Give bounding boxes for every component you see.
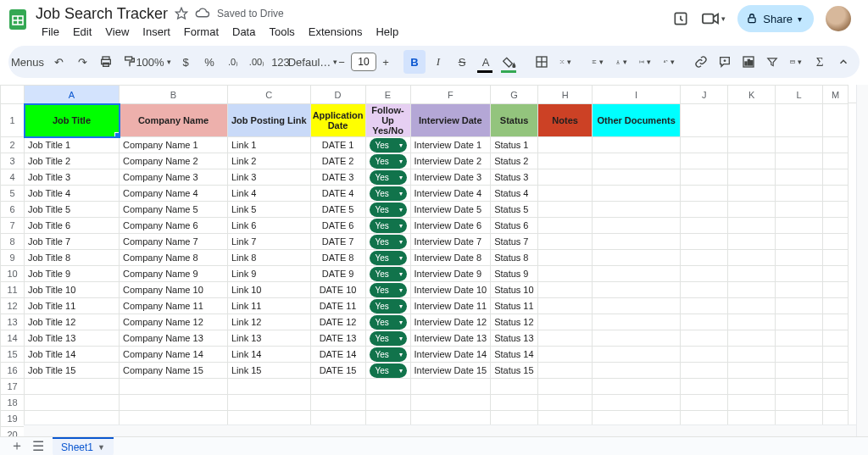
cell[interactable] — [25, 395, 120, 411]
cell[interactable]: Link 9 — [228, 266, 311, 282]
cell[interactable] — [410, 379, 491, 395]
star-icon[interactable] — [175, 7, 188, 20]
cell[interactable] — [310, 395, 365, 411]
cell[interactable] — [681, 314, 728, 330]
cell[interactable]: DATE 3 — [310, 169, 365, 186]
cell[interactable]: Status 10 — [491, 282, 538, 298]
followup-chip[interactable]: Yes▾ — [370, 331, 407, 346]
cell[interactable]: Company Name 1 — [120, 137, 228, 153]
cell[interactable]: Yes▾ — [365, 186, 410, 202]
row-header-14[interactable]: 14 — [1, 330, 25, 347]
cell[interactable] — [538, 330, 593, 347]
history-icon[interactable] — [672, 10, 689, 27]
bold-button[interactable]: B — [403, 50, 426, 74]
cell[interactable]: Link 13 — [228, 330, 311, 347]
cell[interactable] — [776, 250, 823, 266]
cell[interactable] — [776, 395, 823, 411]
cell[interactable] — [538, 363, 593, 379]
cell[interactable] — [823, 379, 849, 395]
cell[interactable]: Job Title 8 — [25, 250, 120, 266]
cell[interactable] — [776, 282, 823, 298]
cell[interactable] — [681, 395, 728, 411]
borders-button[interactable] — [531, 50, 553, 74]
cell[interactable] — [593, 298, 681, 314]
cell[interactable]: Status 6 — [491, 218, 538, 234]
followup-chip[interactable]: Yes▾ — [370, 186, 407, 201]
cell[interactable] — [681, 379, 728, 395]
cell[interactable] — [681, 330, 728, 347]
cell[interactable] — [823, 330, 849, 347]
cell[interactable] — [728, 298, 776, 314]
cell[interactable]: Interview Date 4 — [410, 186, 491, 202]
cell[interactable] — [681, 250, 728, 266]
cell[interactable] — [823, 218, 849, 234]
cell[interactable] — [823, 186, 849, 202]
cell[interactable] — [228, 395, 311, 411]
menu-insert[interactable]: Insert — [136, 24, 176, 40]
strikethrough-button[interactable]: S — [451, 50, 473, 74]
header-cell[interactable]: Company Name — [120, 104, 228, 137]
cell[interactable]: Interview Date 13 — [410, 330, 491, 347]
cell[interactable]: Company Name 11 — [120, 298, 228, 314]
followup-chip[interactable]: Yes▾ — [370, 203, 407, 217]
cell[interactable] — [681, 282, 728, 298]
cell[interactable] — [728, 282, 776, 298]
row-header-19[interactable]: 19 — [1, 411, 25, 427]
row-header-8[interactable]: 8 — [1, 234, 25, 250]
row-header-7[interactable]: 7 — [1, 218, 25, 234]
cell[interactable]: Status 3 — [491, 169, 538, 186]
row-header-15[interactable]: 15 — [1, 347, 25, 363]
cell[interactable] — [776, 104, 823, 137]
cell[interactable] — [593, 282, 681, 298]
cell[interactable] — [776, 218, 823, 234]
cell[interactable]: Company Name 2 — [120, 153, 228, 169]
cell[interactable]: Job Title 2 — [25, 153, 120, 169]
cell[interactable]: Company Name 9 — [120, 266, 228, 282]
menu-format[interactable]: Format — [178, 24, 225, 40]
cell[interactable]: Job Title 12 — [25, 314, 120, 330]
cell[interactable] — [823, 250, 849, 266]
cell[interactable] — [823, 314, 849, 330]
row-header-9[interactable]: 9 — [1, 250, 25, 266]
cell[interactable]: Job Title 14 — [25, 347, 120, 363]
cell[interactable] — [776, 314, 823, 330]
cell[interactable] — [681, 186, 728, 202]
col-header-M[interactable]: M — [823, 86, 849, 104]
cell[interactable]: DATE 8 — [310, 250, 365, 266]
cell[interactable] — [593, 379, 681, 395]
cell[interactable]: Link 5 — [228, 202, 311, 218]
cell[interactable]: Status 15 — [491, 363, 538, 379]
cell[interactable]: Status 1 — [491, 137, 538, 153]
row-header-13[interactable]: 13 — [1, 314, 25, 330]
cell[interactable] — [728, 330, 776, 347]
cell[interactable] — [776, 266, 823, 282]
cell[interactable]: Job Title 11 — [25, 298, 120, 314]
doc-title[interactable]: Job Search Tracker — [36, 5, 168, 23]
col-header-B[interactable]: B — [120, 86, 228, 104]
cell[interactable]: DATE 13 — [310, 330, 365, 347]
cell[interactable] — [776, 234, 823, 250]
cell[interactable] — [823, 169, 849, 186]
cell[interactable] — [681, 153, 728, 169]
cell[interactable]: Company Name 6 — [120, 218, 228, 234]
cell[interactable] — [681, 202, 728, 218]
cell[interactable] — [538, 234, 593, 250]
cell[interactable] — [538, 169, 593, 186]
cell[interactable]: DATE 5 — [310, 202, 365, 218]
col-header-C[interactable]: C — [228, 86, 311, 104]
header-cell[interactable]: Notes — [538, 104, 593, 137]
cell[interactable] — [593, 395, 681, 411]
sheets-logo[interactable] — [7, 5, 29, 34]
col-header-A[interactable]: A — [25, 86, 120, 104]
cell[interactable]: DATE 6 — [310, 218, 365, 234]
meet-icon[interactable]: ▾ — [701, 11, 726, 26]
row-header-16[interactable]: 16 — [1, 363, 25, 379]
row-header-5[interactable]: 5 — [1, 186, 25, 202]
cell[interactable]: Interview Date 10 — [410, 282, 491, 298]
col-header-G[interactable]: G — [491, 86, 538, 104]
cell[interactable]: Company Name 14 — [120, 347, 228, 363]
cell[interactable]: Yes▾ — [365, 347, 410, 363]
text-color-button[interactable]: A — [475, 50, 497, 74]
cell[interactable]: Yes▾ — [365, 153, 410, 169]
cell[interactable]: Status 9 — [491, 266, 538, 282]
